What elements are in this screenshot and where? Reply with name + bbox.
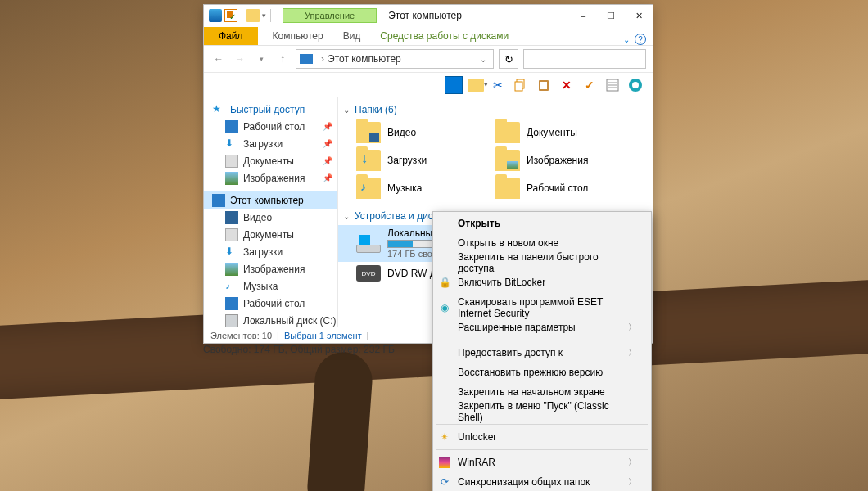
close-button[interactable]: ✕ <box>625 7 653 25</box>
sidebar-item-downloads-2[interactable]: ⬇Загрузки <box>204 243 337 260</box>
toolbar-copy-icon[interactable] <box>512 76 530 94</box>
sidebar-label: Музыка <box>243 281 278 292</box>
downloads-icon: ⬇ <box>225 137 238 151</box>
sidebar-label: Быстрый доступ <box>230 104 305 115</box>
context-menu: Открыть Открыть в новом окне Закрепить н… <box>432 211 652 491</box>
ctx-separator <box>436 340 648 340</box>
navigation-bar: ← → ▾ ↑ › Этот компьютер ⌄ ↻ <box>204 46 653 73</box>
folder-icon <box>495 178 520 199</box>
ctx-share[interactable]: Предоставить доступ к〉 <box>433 343 651 363</box>
ctx-pin-start[interactable]: Закрепить на начальном экране <box>433 382 651 402</box>
sidebar-label: Видео <box>243 212 272 223</box>
new-folder-qat-icon[interactable] <box>246 9 260 22</box>
sidebar-label: Изображения <box>243 264 305 275</box>
chevron-down-icon: ⌄ <box>343 106 350 115</box>
tab-file[interactable]: Файл <box>204 27 258 45</box>
ctx-pin-classic[interactable]: Закрепить в меню "Пуск" (Classic Shell) <box>433 402 651 421</box>
sidebar-label: Изображения <box>243 173 305 184</box>
folder-documents[interactable]: Документы <box>477 119 617 146</box>
custom-toolbar: ▾ ✂ ✕ ✓ <box>204 73 653 97</box>
tab-drive-tools[interactable]: Средства работы с дисками <box>370 27 518 45</box>
ctx-label: Открыть <box>458 218 500 229</box>
address-dropdown-icon[interactable]: ⌄ <box>477 55 490 64</box>
sidebar-item-this-pc[interactable]: Этот компьютер <box>204 191 337 209</box>
address-bar[interactable]: › Этот компьютер ⌄ <box>296 49 494 69</box>
maximize-button[interactable]: ☐ <box>597 7 625 25</box>
sidebar-label: Рабочий стол <box>243 298 305 309</box>
sidebar-label: Локальный диск (C:) <box>243 315 337 327</box>
refresh-button[interactable]: ↻ <box>499 49 518 69</box>
minimize-button[interactable]: – <box>569 7 597 25</box>
toolbar-delete-icon[interactable]: ✕ <box>558 76 576 94</box>
properties-qat-icon[interactable]: ✓ <box>224 9 237 22</box>
ctx-winrar[interactable]: WinRAR〉 <box>433 453 651 472</box>
toolbar-properties-icon[interactable] <box>604 76 622 94</box>
toolbar-view-icon[interactable] <box>445 76 463 94</box>
status-selected: Выбран 1 элемент <box>284 331 362 340</box>
submenu-arrow-icon: 〉 <box>628 322 636 333</box>
this-pc-icon <box>212 194 225 207</box>
submenu-arrow-icon: 〉 <box>628 347 636 358</box>
folder-desktop[interactable]: Рабочий стол <box>477 174 617 202</box>
documents-icon <box>225 228 238 241</box>
drive-icon <box>225 314 238 327</box>
sidebar-item-desktop[interactable]: Рабочий стол📌 <box>204 118 337 135</box>
ctx-restore[interactable]: Восстановить прежнюю версию <box>433 363 651 382</box>
help-icon[interactable]: ? <box>635 34 646 45</box>
up-button[interactable]: ↑ <box>274 51 291 67</box>
sidebar-item-pictures[interactable]: Изображения📌 <box>204 169 337 187</box>
sidebar-item-pictures-2[interactable]: Изображения <box>204 260 337 277</box>
window-buttons: – ☐ ✕ <box>569 7 653 25</box>
tab-computer[interactable]: Компьютер <box>263 27 333 45</box>
ctx-separator <box>436 424 648 425</box>
folder-pictures[interactable]: Изображения <box>477 146 617 174</box>
ctx-sync[interactable]: ⟳Синхронизация общих папок〉 <box>433 472 651 491</box>
sidebar-item-documents[interactable]: Документы📌 <box>204 152 337 169</box>
ctx-open-new[interactable]: Открыть в новом окне <box>433 233 651 253</box>
toolbar-eset-icon[interactable] <box>626 76 644 94</box>
ctx-unlocker[interactable]: ✴Unlocker <box>433 427 651 447</box>
sidebar-item-local-c[interactable]: Локальный диск (C:) <box>204 312 337 327</box>
submenu-arrow-icon: 〉 <box>628 457 636 468</box>
folder-icon <box>356 178 381 199</box>
folder-music[interactable]: Музыка <box>338 174 477 202</box>
toolbar-check-icon[interactable]: ✓ <box>581 76 599 94</box>
ctx-eset-params[interactable]: Расширенные параметры〉 <box>433 318 651 337</box>
pin-icon: 📌 <box>323 173 332 182</box>
folder-video[interactable]: Видео <box>338 119 477 146</box>
sidebar-label: Этот компьютер <box>230 195 304 206</box>
sidebar-item-video[interactable]: Видео <box>204 209 337 226</box>
sidebar-quick-access[interactable]: ★Быстрый доступ <box>204 101 337 118</box>
qat-chevron-icon[interactable]: ▾ <box>262 11 266 20</box>
search-input[interactable] <box>523 49 646 69</box>
breadcrumb-this-pc[interactable]: Этот компьютер <box>328 53 401 65</box>
downloads-icon: ⬇ <box>225 246 238 259</box>
tab-view[interactable]: Вид <box>333 27 371 45</box>
unlocker-icon: ✴ <box>438 430 451 444</box>
item-label: Музыка <box>387 182 422 194</box>
svg-rect-3 <box>540 82 547 89</box>
sidebar-item-desktop-2[interactable]: Рабочий стол <box>204 295 337 312</box>
folder-downloads[interactable]: Загрузки <box>338 146 477 174</box>
toolbar-cut-icon[interactable]: ✂ <box>489 76 507 94</box>
back-button[interactable]: ← <box>210 51 227 67</box>
ctx-label: Закрепить на начальном экране <box>458 386 605 398</box>
group-folders[interactable]: ⌄Папки (6) <box>338 101 653 119</box>
ctx-open[interactable]: Открыть <box>433 214 651 233</box>
ctx-pin-quick[interactable]: Закрепить на панели быстрого доступа <box>433 253 651 273</box>
forward-button[interactable]: → <box>232 51 248 67</box>
sidebar-item-downloads[interactable]: ⬇Загрузки📌 <box>204 135 337 152</box>
ctx-eset-scan[interactable]: ◉Сканировать программой ESET Internet Se… <box>433 298 651 318</box>
ctx-bitlocker[interactable]: 🔒Включить BitLocker <box>433 273 651 292</box>
status-detail: Свободно: 174 ГБ, Общий размер: 232 ГБ <box>203 344 449 355</box>
dvd-icon: DVD <box>356 265 381 282</box>
ctx-label: Предоставить доступ к <box>458 347 563 358</box>
ribbon-collapse-icon[interactable]: ⌄ <box>623 35 630 44</box>
sync-icon: ⟳ <box>438 475 451 489</box>
toolbar-paste-icon[interactable] <box>535 76 553 94</box>
sidebar-item-documents-2[interactable]: Документы <box>204 226 337 243</box>
titlebar: ✓ ▾ Управление Этот компьютер – ☐ ✕ <box>204 5 653 26</box>
toolbar-newfolder-icon[interactable]: ▾ <box>468 79 484 92</box>
recent-locations-icon[interactable]: ▾ <box>253 51 269 67</box>
sidebar-item-music[interactable]: ♪Музыка <box>204 277 337 295</box>
